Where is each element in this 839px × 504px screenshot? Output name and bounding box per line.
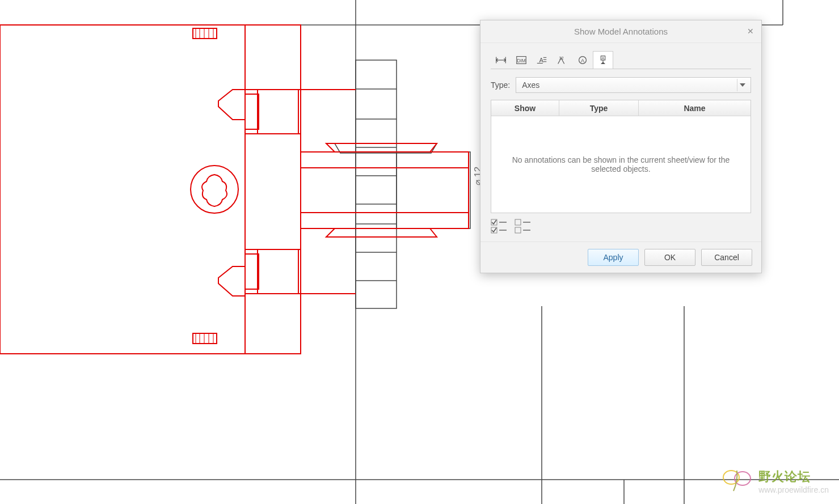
butterfly-logon-icon	[721, 467, 753, 495]
svg-rect-16	[397, 152, 470, 228]
svg-rect-7	[356, 60, 397, 308]
tab-dimensions-icon[interactable]	[491, 51, 511, 69]
type-dropdown-value: Axes	[522, 81, 539, 90]
watermark: 野火论坛 www.proewildfire.cn	[721, 467, 829, 495]
svg-rect-22	[245, 94, 259, 129]
svg-rect-21	[258, 90, 298, 134]
select-none-icon-2[interactable]	[515, 227, 530, 234]
tab-symbols-icon[interactable]: A	[572, 51, 593, 69]
column-header-name[interactable]: Name	[639, 100, 751, 116]
select-none-icon[interactable]	[515, 219, 530, 226]
dialog-titlebar[interactable]: Show Model Annotations ✕	[480, 20, 761, 43]
select-all-checked-icon-2[interactable]	[491, 227, 507, 234]
tab-notes-icon[interactable]: DIM	[511, 51, 532, 69]
svg-rect-17	[0, 25, 301, 354]
tab-surface-finish-icon[interactable]: 32	[552, 51, 572, 69]
svg-rect-55	[515, 227, 521, 233]
cancel-button[interactable]: Cancel	[701, 249, 752, 266]
svg-rect-25	[258, 249, 298, 294]
svg-rect-53	[515, 219, 521, 225]
dialog-title: Show Model Annotations	[574, 27, 668, 36]
type-dropdown[interactable]: Axes	[516, 77, 751, 93]
annotations-table: Show Type Name No annotations can be sho…	[491, 100, 751, 213]
type-label: Type:	[491, 81, 510, 90]
table-empty-message: No annotations can be shown in the curre…	[491, 116, 751, 213]
ok-button[interactable]: OK	[644, 249, 695, 266]
svg-text:DIM: DIM	[517, 58, 525, 63]
show-model-annotations-dialog: Show Model Annotations ✕ DIM A 32 A A	[480, 20, 762, 273]
chevron-down-icon	[737, 79, 747, 91]
tab-gtol-icon[interactable]: A	[532, 51, 552, 69]
column-header-show[interactable]: Show	[491, 100, 559, 116]
annotation-tabs: DIM A 32 A A	[491, 51, 751, 69]
svg-text:A: A	[602, 56, 605, 60]
watermark-url: www.proewildfire.cn	[758, 485, 829, 494]
apply-button[interactable]: Apply	[588, 249, 639, 266]
tab-datums-icon[interactable]: A	[593, 51, 613, 69]
select-all-checked-icon[interactable]	[491, 219, 507, 226]
close-icon[interactable]: ✕	[745, 26, 756, 36]
svg-text:A: A	[581, 58, 585, 63]
svg-rect-30	[301, 152, 469, 228]
svg-rect-26	[245, 254, 259, 289]
column-header-type[interactable]: Type	[559, 100, 639, 116]
svg-text:A: A	[539, 57, 543, 63]
watermark-name: 野火论坛	[758, 468, 811, 485]
